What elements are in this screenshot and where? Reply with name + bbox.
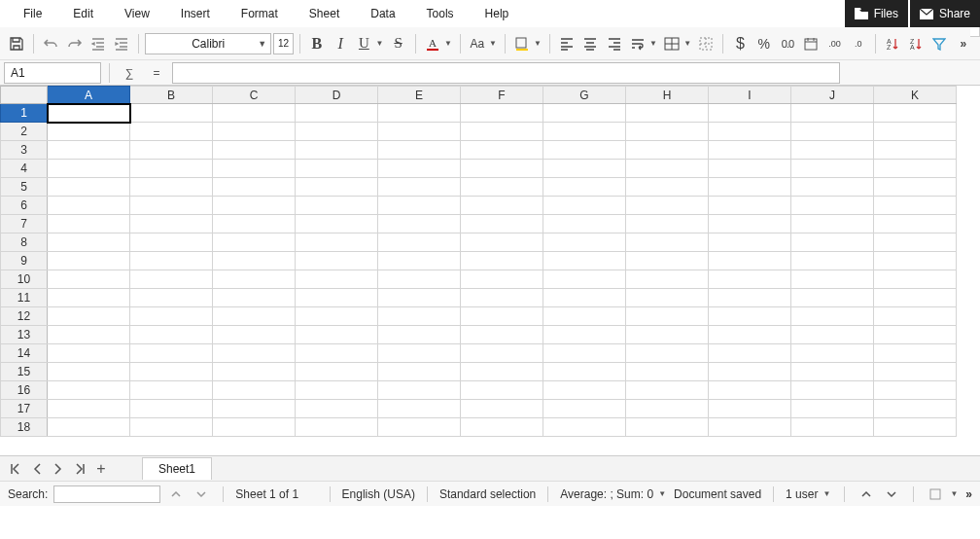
cell[interactable] xyxy=(296,178,378,197)
row-header[interactable]: 7 xyxy=(1,215,48,234)
cell[interactable] xyxy=(130,289,213,307)
cell[interactable] xyxy=(48,215,130,234)
align-right-button[interactable] xyxy=(603,32,624,55)
cell[interactable] xyxy=(543,344,626,363)
column-header[interactable]: B xyxy=(130,87,213,104)
cell[interactable] xyxy=(709,141,791,160)
cell[interactable] xyxy=(461,418,543,437)
cell[interactable] xyxy=(709,234,791,252)
cell[interactable] xyxy=(48,270,130,289)
cell[interactable] xyxy=(874,344,957,363)
cell[interactable] xyxy=(874,215,957,234)
cell[interactable] xyxy=(296,289,378,307)
cell[interactable] xyxy=(296,418,378,437)
cell[interactable] xyxy=(130,160,213,178)
cell[interactable] xyxy=(48,141,130,160)
cell[interactable] xyxy=(874,381,957,400)
row-header[interactable]: 6 xyxy=(1,197,48,215)
cell[interactable] xyxy=(874,363,957,381)
column-header[interactable]: K xyxy=(874,87,957,104)
cell[interactable] xyxy=(48,344,130,363)
cell[interactable] xyxy=(213,307,296,326)
row-header[interactable]: 18 xyxy=(1,418,48,437)
cell[interactable] xyxy=(378,289,461,307)
column-header[interactable]: F xyxy=(461,87,543,104)
row-header[interactable]: 13 xyxy=(1,326,48,344)
cell[interactable] xyxy=(296,252,378,270)
cell[interactable] xyxy=(378,141,461,160)
cell[interactable] xyxy=(296,381,378,400)
menu-data[interactable]: Data xyxy=(355,0,410,27)
row-header[interactable]: 4 xyxy=(1,160,48,178)
align-center-button[interactable] xyxy=(579,32,601,55)
cell[interactable] xyxy=(461,104,543,123)
cell[interactable] xyxy=(709,400,791,418)
cell[interactable] xyxy=(874,178,957,197)
cell[interactable] xyxy=(626,252,709,270)
menu-insert[interactable]: Insert xyxy=(165,0,226,27)
selection-mode[interactable]: Standard selection xyxy=(439,487,536,501)
cell[interactable] xyxy=(626,197,709,215)
column-header[interactable]: G xyxy=(543,87,626,104)
cell[interactable] xyxy=(213,252,296,270)
cell[interactable] xyxy=(48,197,130,215)
cell[interactable] xyxy=(296,307,378,326)
user-count[interactable]: 1 user xyxy=(786,487,818,501)
cell[interactable] xyxy=(48,400,130,418)
cell[interactable] xyxy=(296,197,378,215)
cell[interactable] xyxy=(378,326,461,344)
cell[interactable] xyxy=(461,123,543,141)
zoom-out-button[interactable] xyxy=(857,485,876,504)
cell[interactable] xyxy=(709,252,791,270)
menu-file[interactable]: File xyxy=(8,0,57,27)
cell[interactable] xyxy=(461,141,543,160)
cell[interactable] xyxy=(874,104,957,123)
cell[interactable] xyxy=(213,289,296,307)
undo-button[interactable] xyxy=(40,32,61,55)
cell[interactable] xyxy=(213,363,296,381)
cell[interactable] xyxy=(213,234,296,252)
zoom-fit-button[interactable] xyxy=(926,485,945,504)
aggregate-status[interactable]: Average: ; Sum: 0 xyxy=(560,487,653,501)
cell[interactable] xyxy=(130,234,213,252)
panel-notch[interactable] xyxy=(970,27,980,37)
cell[interactable] xyxy=(213,178,296,197)
cell[interactable] xyxy=(378,418,461,437)
column-header[interactable]: A xyxy=(48,87,130,104)
cell[interactable] xyxy=(626,344,709,363)
cell[interactable] xyxy=(543,123,626,141)
cell[interactable] xyxy=(791,215,874,234)
bold-button[interactable]: B xyxy=(306,32,328,55)
cell[interactable] xyxy=(48,363,130,381)
cell[interactable] xyxy=(543,160,626,178)
menu-tools[interactable]: Tools xyxy=(411,0,470,27)
cell[interactable] xyxy=(709,418,791,437)
search-input[interactable] xyxy=(53,485,160,503)
search-next-button[interactable] xyxy=(192,485,211,504)
cell[interactable] xyxy=(213,197,296,215)
row-header[interactable]: 14 xyxy=(1,344,48,363)
increase-indent-button[interactable] xyxy=(111,32,132,55)
cell[interactable] xyxy=(791,289,874,307)
decrease-decimal-button[interactable]: .0 xyxy=(848,32,869,55)
cell[interactable] xyxy=(874,160,957,178)
cell[interactable] xyxy=(296,104,378,123)
italic-button[interactable]: I xyxy=(330,32,351,55)
cell[interactable] xyxy=(48,381,130,400)
cell[interactable] xyxy=(48,234,130,252)
cell[interactable] xyxy=(626,178,709,197)
font-color-button[interactable]: A xyxy=(422,32,443,55)
increase-decimal-button[interactable]: .00 xyxy=(823,32,845,55)
cell[interactable] xyxy=(378,234,461,252)
cell[interactable] xyxy=(378,307,461,326)
align-left-button[interactable] xyxy=(556,32,578,55)
search-prev-button[interactable] xyxy=(166,485,186,504)
cell[interactable] xyxy=(709,344,791,363)
underline-button[interactable]: U xyxy=(353,32,374,55)
column-header[interactable]: D xyxy=(296,87,378,104)
chevron-down-icon[interactable]: ▼ xyxy=(489,39,497,48)
save-button[interactable] xyxy=(6,32,27,55)
chevron-down-icon[interactable]: ▼ xyxy=(658,489,666,498)
cell[interactable] xyxy=(709,197,791,215)
cell[interactable] xyxy=(709,326,791,344)
